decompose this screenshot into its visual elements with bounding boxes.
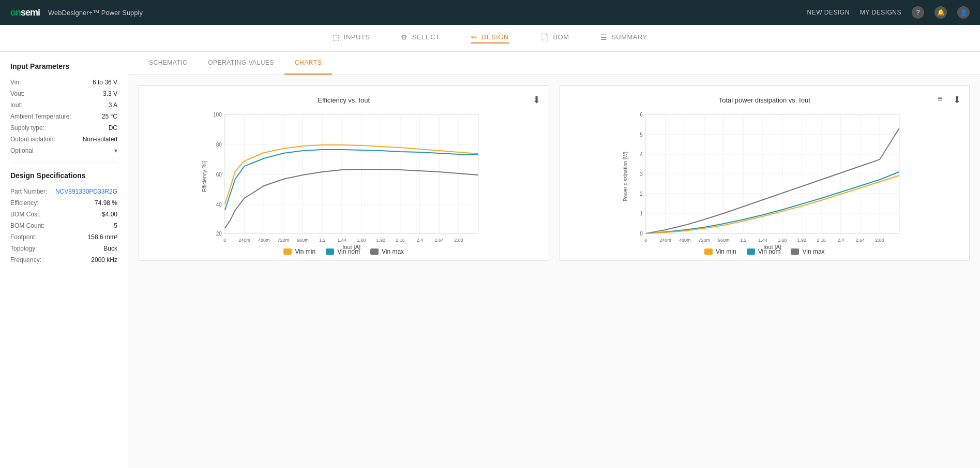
svg-text:240m: 240m xyxy=(659,238,671,243)
step-select-label: SELECT xyxy=(412,33,440,41)
svg-text:2.88: 2.88 xyxy=(875,238,884,243)
spec-footprint: Footprint: 158.6 mm² xyxy=(10,233,117,241)
svg-text:2: 2 xyxy=(640,191,643,197)
power-dissipation-chart-container: Total power dissipation vs. Iout ⬇ ≡ Pow… xyxy=(560,85,970,261)
svg-text:720m: 720m xyxy=(278,238,290,243)
tab-charts[interactable]: CHARTS xyxy=(284,52,332,75)
spec-part-number: Part Number: NCV891330PD33R2G xyxy=(10,188,117,195)
notifications-icon[interactable]: 🔔 xyxy=(934,6,947,19)
legend-vin-max-label: Vin max xyxy=(382,248,404,255)
param-supply: Supply type: DC xyxy=(10,124,117,131)
svg-text:480m: 480m xyxy=(679,238,690,243)
design-icon: ✏ xyxy=(471,33,478,41)
sub-tabs: SCHEMATIC OPERATING VALUES CHARTS xyxy=(128,52,980,75)
param-iout-value: 3 A xyxy=(109,101,117,109)
svg-text:1.92: 1.92 xyxy=(797,238,806,243)
step-bom[interactable]: 📄 BOM xyxy=(540,33,569,43)
svg-text:2.16: 2.16 xyxy=(817,238,826,243)
param-temp: Ambient Temperature: 25 °C xyxy=(10,113,117,120)
svg-text:1.2: 1.2 xyxy=(740,238,746,243)
svg-text:6: 6 xyxy=(640,112,643,118)
input-params-title: Input Parameters xyxy=(10,62,117,70)
spec-part-value[interactable]: NCV891330PD33R2G xyxy=(55,188,117,195)
svg-text:5: 5 xyxy=(640,132,643,138)
legend-vin-max: Vin max xyxy=(370,248,404,255)
help-icon[interactable]: ? xyxy=(912,6,924,19)
param-isolation-label: Output isolation: xyxy=(10,136,55,143)
top-nav-right: NEW DESIGN MY DESIGNS ? 🔔 👤 xyxy=(807,6,970,19)
svg-text:2.4: 2.4 xyxy=(416,238,423,243)
new-design-link[interactable]: NEW DESIGN xyxy=(807,9,850,16)
svg-text:2.88: 2.88 xyxy=(454,238,463,243)
spec-bom-count-label: BOM Count: xyxy=(10,222,44,229)
power-dissipation-download-icon[interactable]: ⬇ xyxy=(953,94,961,106)
logo: onsemi xyxy=(10,7,40,18)
main-layout: Input Parameters Vin: 6 to 36 V Vout: 3.… xyxy=(0,52,980,468)
select-icon: ⚙ xyxy=(401,33,408,41)
step-inputs[interactable]: ⬚ INPUTS xyxy=(333,33,370,43)
spec-frequency-label: Frequency: xyxy=(10,256,41,264)
step-nav: ⬚ INPUTS ⚙ SELECT ✏ DESIGN 📄 BOM ☰ SUMMA… xyxy=(0,25,980,52)
sidebar: Input Parameters Vin: 6 to 36 V Vout: 3.… xyxy=(0,52,128,468)
svg-text:0: 0 xyxy=(640,231,643,237)
param-vout-label: Vout: xyxy=(10,90,24,97)
svg-text:3: 3 xyxy=(640,171,643,177)
app-title: WebDesigner+™ Power Supply xyxy=(48,9,807,17)
optional-row[interactable]: Optional ▾ xyxy=(10,147,117,154)
svg-text:960m: 960m xyxy=(297,238,309,243)
svg-text:80: 80 xyxy=(216,142,222,148)
svg-text:0: 0 xyxy=(644,238,647,243)
tab-schematic[interactable]: SCHEMATIC xyxy=(139,52,198,75)
param-vout-value: 3.3 V xyxy=(103,90,117,97)
filter-icon[interactable]: ≡ xyxy=(938,94,942,104)
step-bom-label: BOM xyxy=(553,33,569,41)
pd-legend-vin-min-color xyxy=(704,248,713,255)
step-inputs-label: INPUTS xyxy=(344,33,370,41)
legend-vin-min-label: Vin min xyxy=(295,248,315,255)
param-iout-label: Iout: xyxy=(10,101,22,109)
step-summary-label: SUMMARY xyxy=(611,33,647,41)
legend-vin-min: Vin min xyxy=(283,248,315,255)
summary-icon: ☰ xyxy=(600,33,608,41)
spec-bom-cost-value: $4.00 xyxy=(102,211,117,218)
svg-text:1.44: 1.44 xyxy=(337,238,346,243)
step-design[interactable]: ✏ DESIGN xyxy=(471,33,509,43)
spec-frequency: Frequency: 2000 kHz xyxy=(10,256,117,264)
spec-topology: Topology: Buck xyxy=(10,245,117,252)
my-designs-link[interactable]: MY DESIGNS xyxy=(860,9,901,16)
svg-text:Iout [A]: Iout [A] xyxy=(342,244,360,250)
svg-text:720m: 720m xyxy=(698,238,710,243)
pd-legend-vin-min: Vin min xyxy=(704,248,736,255)
param-temp-label: Ambient Temperature: xyxy=(10,113,71,120)
legend-vin-max-color xyxy=(370,248,379,255)
spec-bom-count: BOM Count: 5 xyxy=(10,222,117,229)
svg-text:2.16: 2.16 xyxy=(396,238,405,243)
svg-text:2.64: 2.64 xyxy=(435,238,444,243)
efficiency-download-icon[interactable]: ⬇ xyxy=(533,94,540,106)
user-icon[interactable]: 👤 xyxy=(957,6,970,19)
tab-operating-values[interactable]: OPERATING VALUES xyxy=(198,52,284,75)
efficiency-chart-svg: Efficiency [%] xyxy=(144,109,544,244)
svg-text:Efficiency [%]: Efficiency [%] xyxy=(202,161,207,192)
svg-text:60: 60 xyxy=(216,172,222,178)
spec-bom-count-value: 5 xyxy=(114,222,117,229)
svg-text:0: 0 xyxy=(223,238,226,243)
step-design-label: DESIGN xyxy=(481,33,509,41)
step-summary[interactable]: ☰ SUMMARY xyxy=(600,33,647,43)
spec-topology-label: Topology: xyxy=(10,245,37,252)
param-isolation: Output isolation: Non-isolated xyxy=(10,136,117,143)
optional-label: Optional xyxy=(10,147,34,154)
optional-chevron-icon: ▾ xyxy=(114,147,117,154)
svg-text:960m: 960m xyxy=(718,238,730,243)
spec-topology-value: Buck xyxy=(103,245,117,252)
efficiency-chart-wrapper: Efficiency [%] xyxy=(144,109,544,244)
svg-text:Iout [A]: Iout [A] xyxy=(763,244,781,250)
svg-text:4: 4 xyxy=(640,152,643,157)
svg-text:1.2: 1.2 xyxy=(319,238,326,243)
pd-legend-vin-max: Vin max xyxy=(791,248,824,255)
param-vout: Vout: 3.3 V xyxy=(10,90,117,97)
spec-bom-cost: BOM Cost: $4.00 xyxy=(10,211,117,218)
svg-text:2.64: 2.64 xyxy=(855,238,865,243)
step-select[interactable]: ⚙ SELECT xyxy=(401,33,440,43)
legend-vin-nom-color xyxy=(326,248,334,255)
